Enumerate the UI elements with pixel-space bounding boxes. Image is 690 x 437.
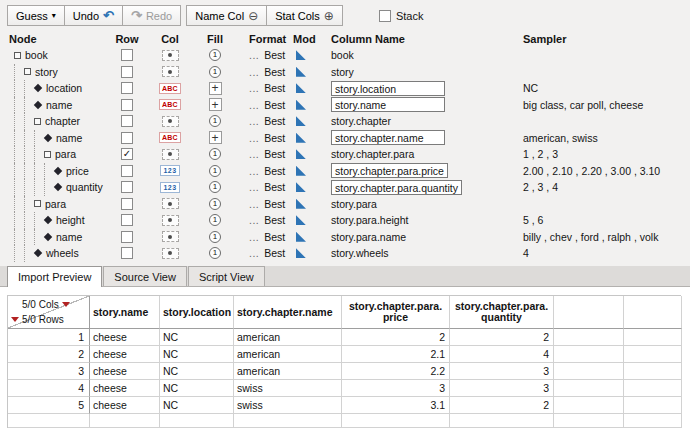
table-cell[interactable]: cheese <box>90 346 160 363</box>
tree-row[interactable]: locationABC+...Beststory.locationNC <box>7 80 683 97</box>
mod-triangle-icon[interactable] <box>296 199 306 209</box>
format-cell[interactable]: ...Best <box>237 196 287 213</box>
table-cell[interactable]: 3 <box>450 380 554 397</box>
table-cell[interactable]: NC <box>160 397 234 414</box>
tree-row[interactable]: para1...Beststory.para <box>7 196 683 213</box>
table-cell[interactable]: 2.2 <box>342 363 450 380</box>
row-checkbox[interactable] <box>121 214 133 226</box>
fill-plus-icon[interactable]: + <box>209 98 222 111</box>
format-cell[interactable]: ...Best <box>237 146 287 163</box>
column-group-icon[interactable] <box>162 198 179 209</box>
table-cell[interactable]: 2 <box>342 329 450 346</box>
fill-one-icon[interactable]: 1 <box>209 49 221 61</box>
column-header[interactable]: story.chapter.name <box>234 296 342 329</box>
row-number-cell[interactable]: 3 <box>8 363 90 380</box>
row-checkbox[interactable] <box>121 99 133 111</box>
tree-row[interactable]: wheels1...Beststory.wheels4 <box>7 245 683 262</box>
table-cell[interactable]: american <box>234 346 342 363</box>
text-column-icon[interactable]: ABC <box>159 83 181 94</box>
numeric-column-icon[interactable]: 123 <box>160 165 179 176</box>
format-cell[interactable]: ...Best <box>237 163 287 180</box>
row-checkbox[interactable] <box>121 165 133 177</box>
format-cell[interactable]: ...Best <box>237 229 287 246</box>
tree-row[interactable]: nameABC+...Beststory.chapter.nameamerica… <box>7 130 683 147</box>
column-name-input[interactable]: story.chapter.para.price <box>331 163 448 178</box>
fill-one-icon[interactable]: 1 <box>209 181 221 193</box>
tree-row[interactable]: book1...Bestbook <box>7 47 683 64</box>
name-col-button[interactable]: Name Col ⊖ <box>186 5 267 26</box>
table-cell[interactable]: NC <box>160 380 234 397</box>
format-cell[interactable]: ...Best <box>237 245 287 262</box>
table-cell[interactable]: NC <box>160 363 234 380</box>
row-checkbox[interactable] <box>121 82 133 94</box>
table-cell[interactable]: 3 <box>450 363 554 380</box>
table-cell[interactable]: 3 <box>342 380 450 397</box>
table-cell[interactable]: NC <box>160 346 234 363</box>
table-cell[interactable]: 2 <box>450 397 554 414</box>
column-group-icon[interactable] <box>162 66 179 77</box>
mod-triangle-icon[interactable] <box>296 182 306 192</box>
format-cell[interactable]: ...Best <box>237 97 287 114</box>
table-cell[interactable]: swiss <box>234 380 342 397</box>
format-cell[interactable]: ...Best <box>237 80 287 97</box>
table-cell[interactable]: 2 <box>450 329 554 346</box>
mod-triangle-icon[interactable] <box>296 166 306 176</box>
row-checkbox[interactable] <box>121 132 133 144</box>
table-cell[interactable]: american <box>234 363 342 380</box>
column-name-input[interactable]: story.location <box>331 81 445 96</box>
mod-triangle-icon[interactable] <box>296 83 306 93</box>
table-cell[interactable]: swiss <box>234 397 342 414</box>
row-number-cell[interactable]: 4 <box>8 380 90 397</box>
tree-row[interactable]: chapter1...Beststory.chapter <box>7 113 683 130</box>
row-checkbox[interactable] <box>121 115 133 127</box>
table-cell[interactable]: cheese <box>90 363 160 380</box>
tree-row[interactable]: price1231...Beststory.chapter.para.price… <box>7 163 683 180</box>
fill-plus-icon[interactable]: + <box>209 131 222 144</box>
redo-button[interactable]: ↷ Redo <box>122 5 181 26</box>
table-cell[interactable]: cheese <box>90 397 160 414</box>
fill-plus-icon[interactable]: + <box>209 82 222 95</box>
tree-row[interactable]: name1...Beststory.para.namebilly , chev … <box>7 229 683 246</box>
column-name-input[interactable]: story.name <box>331 97 445 112</box>
column-header[interactable]: story.chapter.para.price <box>342 296 450 329</box>
fill-one-icon[interactable]: 1 <box>209 198 221 210</box>
row-checkbox[interactable] <box>121 231 133 243</box>
row-number-cell[interactable]: 2 <box>8 346 90 363</box>
tab-source-view[interactable]: Source View <box>103 266 187 286</box>
row-number-cell[interactable]: 5 <box>8 397 90 414</box>
column-name-input[interactable]: story.chapter.name <box>331 130 445 145</box>
fill-one-icon[interactable]: 1 <box>209 148 221 160</box>
format-cell[interactable]: ...Best <box>237 64 287 81</box>
table-cell[interactable]: 2.1 <box>342 346 450 363</box>
row-checkbox[interactable]: ✓ <box>121 148 133 160</box>
text-column-icon[interactable]: ABC <box>159 132 181 143</box>
stack-checkbox[interactable] <box>379 10 391 22</box>
column-group-icon[interactable] <box>162 149 179 160</box>
column-header[interactable] <box>624 296 682 329</box>
mod-triangle-icon[interactable] <box>296 149 306 159</box>
tree-row[interactable]: para✓1...Beststory.chapter.para1 , 2 , 3 <box>7 146 683 163</box>
fill-one-icon[interactable]: 1 <box>209 214 221 226</box>
mod-triangle-icon[interactable] <box>296 133 306 143</box>
tree-row[interactable]: quantity1231...Beststory.chapter.para.qu… <box>7 179 683 196</box>
row-checkbox[interactable] <box>121 247 133 259</box>
table-cell[interactable]: cheese <box>90 329 160 346</box>
tab-import-preview[interactable]: Import Preview <box>7 266 102 287</box>
column-name-input[interactable]: story.chapter.para.quantity <box>331 180 462 195</box>
row-checkbox[interactable] <box>121 66 133 78</box>
format-cell[interactable]: ...Best <box>237 47 287 64</box>
fill-one-icon[interactable]: 1 <box>209 231 221 243</box>
mod-triangle-icon[interactable] <box>296 116 306 126</box>
table-cell[interactable]: 4 <box>450 346 554 363</box>
undo-button[interactable]: Undo ↶ <box>64 5 123 26</box>
format-cell[interactable]: ...Best <box>237 179 287 196</box>
format-cell[interactable]: ...Best <box>237 212 287 229</box>
mod-triangle-icon[interactable] <box>296 50 306 60</box>
fill-one-icon[interactable]: 1 <box>209 115 221 127</box>
column-header[interactable]: story.name <box>90 296 160 329</box>
tree-row[interactable]: nameABC+...Beststory.namebig class, car … <box>7 97 683 114</box>
tree-row[interactable]: story1...Beststory <box>7 64 683 81</box>
stack-option[interactable]: Stack <box>379 5 424 26</box>
column-header[interactable] <box>554 296 624 329</box>
text-column-icon[interactable]: ABC <box>159 99 181 110</box>
